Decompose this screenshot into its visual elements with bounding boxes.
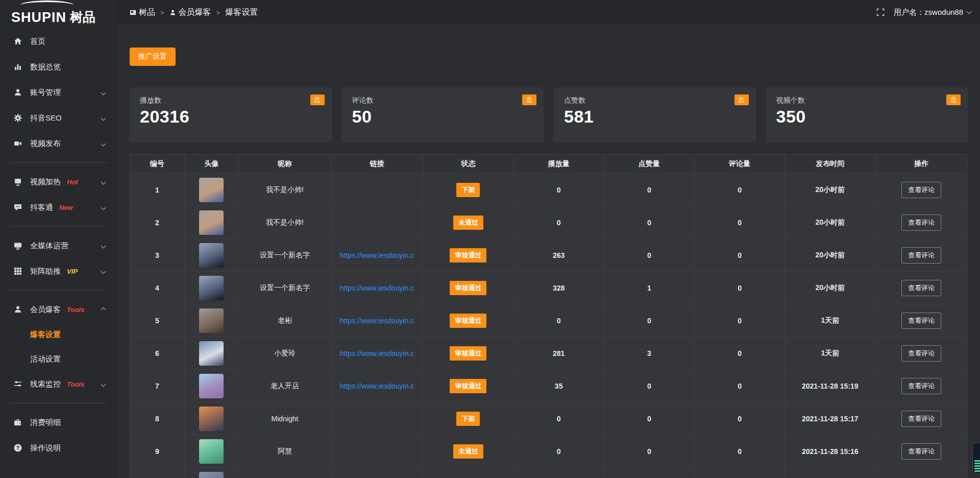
video-link[interactable]: https://www.iesdouyin.c xyxy=(340,349,414,357)
cell-status: 下架 xyxy=(423,402,513,435)
avatar[interactable] xyxy=(199,243,224,268)
table-row: 1 我不是小帅! 下架 0 0 0 20小时前 查看评论 xyxy=(130,174,968,206)
chevron-down-icon xyxy=(101,243,106,248)
avatar[interactable] xyxy=(199,341,224,366)
breadcrumb-separator: > xyxy=(160,9,164,16)
sidebar-item-operation-guide[interactable]: ? 操作说明 xyxy=(0,435,117,461)
cell-plays: 0 xyxy=(513,304,604,337)
cell-id: 5 xyxy=(130,304,185,337)
cell-avatar xyxy=(184,174,239,206)
fullscreen-icon[interactable] xyxy=(876,8,885,16)
cell-link xyxy=(331,174,423,206)
cell-comments: 0 xyxy=(694,174,785,206)
table-row: 9 阿慧 未通过 0 0 0 2021-11-28 15:16 查看评论 xyxy=(130,435,968,468)
app-icon xyxy=(130,9,136,16)
stat-value: 50 xyxy=(352,107,534,127)
sidebar-subitem-baoke-settings[interactable]: 爆客设置 xyxy=(0,322,117,347)
sidebar-divider xyxy=(10,162,107,163)
sidebar-item-label: 数据总览 xyxy=(30,62,61,72)
sidebar-item-douketong[interactable]: 抖客通 New xyxy=(0,195,117,220)
cell-avatar xyxy=(184,272,239,304)
avatar[interactable] xyxy=(199,308,224,333)
cell-id: 6 xyxy=(130,337,185,370)
cell-status: 未通过 xyxy=(423,206,513,239)
sidebar-item-home[interactable]: 首页 xyxy=(0,29,117,54)
sidebar-subitem-activity-settings[interactable]: 活动设置 xyxy=(0,347,117,371)
breadcrumb-item-shupin[interactable]: 树品 xyxy=(130,7,155,18)
video-link[interactable]: https://www.iesdouyin.c xyxy=(340,251,414,259)
sidebar-item-video-publish[interactable]: 视频发布 xyxy=(0,131,117,156)
cell-publish-time: 20小时前 xyxy=(785,174,875,206)
avatar[interactable] xyxy=(199,374,224,398)
sidebar-nav: 首页 数据总览 账号管理 抖音SEO 视频发布 视频加热 Hot xyxy=(0,29,117,461)
cell-id: 8 xyxy=(130,402,185,435)
cell-actions: 查看评论 xyxy=(875,239,968,272)
hot-tag: Hot xyxy=(67,178,78,186)
stat-card-comments: 评论数 50 总 xyxy=(342,87,544,142)
sidebar-item-clue-monitor[interactable]: 线索监控 Tools xyxy=(0,371,117,397)
cell-id: 9 xyxy=(130,435,185,468)
avatar[interactable] xyxy=(199,178,224,202)
cell-actions: 查看评论 xyxy=(875,174,968,206)
col-plays: 播放量 xyxy=(513,154,604,174)
cell-status: 审核通过 xyxy=(423,272,513,304)
cell-comments: 0 xyxy=(694,370,785,402)
sidebar-item-label: 线索监控 xyxy=(30,379,61,389)
cell-likes: 3 xyxy=(604,337,694,370)
gear-icon xyxy=(13,113,22,123)
main-area: 树品 > 会员爆客 > 爆客设置 用户名：zswodun88 推广设置 xyxy=(117,0,980,478)
floating-widget[interactable] xyxy=(972,442,980,474)
view-comments-button[interactable]: 查看评论 xyxy=(901,345,941,362)
view-comments-button[interactable]: 查看评论 xyxy=(901,214,941,231)
view-comments-button[interactable]: 查看评论 xyxy=(901,378,941,394)
view-comments-button[interactable]: 查看评论 xyxy=(901,182,941,198)
logo[interactable]: SHUPIN 树品 xyxy=(0,0,117,29)
user-icon xyxy=(13,88,22,97)
avatar[interactable] xyxy=(199,439,224,464)
sidebar-item-omni-media[interactable]: 全媒体运营 xyxy=(0,233,117,258)
cell-status: 未通过 xyxy=(423,435,513,468)
table-row: 6 小爱玲 https://www.iesdouyin.c 审核通过 281 3… xyxy=(130,337,968,370)
breadcrumb-item-member-baoke[interactable]: 会员爆客 xyxy=(169,7,211,18)
video-camera-icon xyxy=(13,139,22,148)
sidebar-item-member-baoke[interactable]: 会员爆客 Tools xyxy=(0,297,117,322)
sidebar-item-expense-detail[interactable]: 消费明细 xyxy=(0,410,117,435)
avatar[interactable] xyxy=(199,210,224,235)
view-comments-button[interactable]: 查看评论 xyxy=(901,313,941,329)
sidebar-item-douyin-seo[interactable]: 抖音SEO xyxy=(0,105,117,131)
status-badge: 下架 xyxy=(456,412,480,426)
user-menu[interactable]: 用户名：zswodun88 xyxy=(894,8,971,17)
sidebar-item-account-management[interactable]: 账号管理 xyxy=(0,80,117,105)
stat-value: 581 xyxy=(564,107,746,127)
cell-nickname: 设置一个新名字 xyxy=(239,239,331,272)
avatar[interactable] xyxy=(199,276,224,300)
cell-plays xyxy=(513,468,604,478)
video-link[interactable]: https://www.iesdouyin.c xyxy=(340,284,414,292)
avatar[interactable] xyxy=(199,407,224,431)
video-link[interactable]: https://www.iesdouyin.c xyxy=(340,317,414,325)
cell-comments: 0 xyxy=(694,206,785,239)
view-comments-button[interactable]: 查看评论 xyxy=(901,247,941,264)
cell-likes: 0 xyxy=(604,370,694,402)
breadcrumb-item-baoke-settings[interactable]: 爆客设置 xyxy=(225,7,258,18)
sidebar-item-label: 会员爆客 xyxy=(30,305,61,315)
cell-comments: 0 xyxy=(694,304,785,337)
widget-bar xyxy=(974,465,980,467)
breadcrumb-label: 会员爆客 xyxy=(179,7,211,18)
view-comments-button[interactable]: 查看评论 xyxy=(901,280,941,296)
cell-nickname: 我不是小帅! xyxy=(239,206,331,239)
sidebar-divider xyxy=(10,290,107,291)
cell-plays: 281 xyxy=(513,337,604,370)
topbar-right: 用户名：zswodun88 xyxy=(876,8,971,17)
sidebar-item-data-overview[interactable]: 数据总览 xyxy=(0,54,117,80)
avatar[interactable] xyxy=(199,472,224,478)
col-avatar: 头像 xyxy=(184,154,239,174)
video-link[interactable]: https://www.iesdouyin.c xyxy=(340,382,414,390)
view-comments-button[interactable]: 查看评论 xyxy=(901,443,941,460)
promotion-settings-button[interactable]: 推广设置 xyxy=(130,47,176,66)
sidebar-item-video-heating[interactable]: 视频加热 Hot xyxy=(0,169,117,195)
sidebar-item-matrix-boost[interactable]: 矩阵助推 VIP xyxy=(0,258,117,284)
total-badge: 总 xyxy=(310,94,325,105)
table-row: 3 设置一个新名字 https://www.iesdouyin.c 审核通过 2… xyxy=(130,239,968,272)
view-comments-button[interactable]: 查看评论 xyxy=(901,411,941,427)
